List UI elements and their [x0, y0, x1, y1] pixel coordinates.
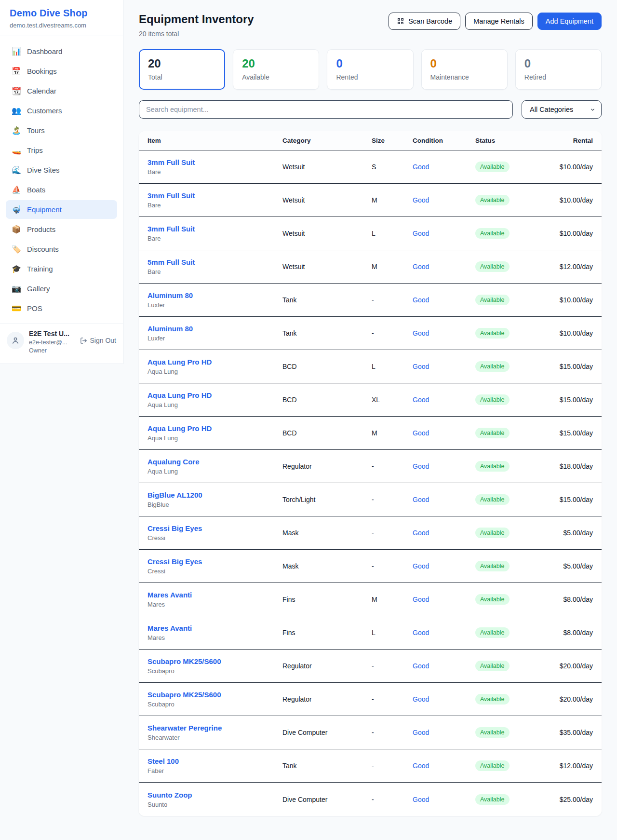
item-name-link[interactable]: Aqua Lung Pro HD — [148, 424, 282, 433]
item-condition-link[interactable]: Good — [413, 196, 429, 204]
item-condition-link[interactable]: Good — [413, 296, 429, 304]
sidebar-item[interactable]: 🏷️ Discounts — [6, 240, 117, 258]
table-row: Suunto Zoop Suunto Dive Computer - Good … — [139, 783, 602, 816]
item-condition-link[interactable]: Good — [413, 695, 429, 703]
item-name-link[interactable]: Scubapro MK25/S600 — [148, 657, 282, 665]
item-condition-link[interactable]: Good — [413, 762, 429, 770]
sidebar-item-label: Calendar — [27, 87, 56, 95]
item-name-link[interactable]: Aluminum 80 — [148, 325, 282, 333]
table-row: 3mm Full Suit Bare Wetsuit M Good Availa… — [139, 184, 602, 217]
item-condition-link[interactable]: Good — [413, 562, 429, 570]
item-brand: BigBlue — [148, 501, 282, 508]
sidebar-item[interactable]: 🚤 Trips — [6, 141, 117, 160]
stat-card[interactable]: 0 Rented — [327, 49, 413, 90]
status-badge: Available — [475, 261, 510, 272]
item-name-link[interactable]: Scubapro MK25/S600 — [148, 691, 282, 699]
add-equipment-button[interactable]: Add Equipment — [537, 13, 602, 30]
item-condition-link[interactable]: Good — [413, 629, 429, 637]
user-email: e2e-tester@... — [29, 339, 75, 347]
sidebar-item[interactable]: ⛵ Boats — [6, 180, 117, 199]
sidebar-item-icon: 🚤 — [12, 146, 21, 155]
sidebar-item[interactable]: 👥 Customers — [6, 101, 117, 120]
item-condition-link[interactable]: Good — [413, 529, 429, 537]
item-condition-link[interactable]: Good — [413, 662, 429, 670]
table-header-row: Item Category Size Condition Status Rent… — [139, 131, 602, 150]
item-name-link[interactable]: 3mm Full Suit — [148, 225, 282, 233]
stat-value: 0 — [524, 57, 592, 70]
column-header-category: Category — [282, 137, 372, 144]
item-condition-link[interactable]: Good — [413, 263, 429, 271]
item-name-link[interactable]: Mares Avanti — [148, 591, 282, 599]
item-condition-link[interactable]: Good — [413, 396, 429, 404]
item-brand: Cressi — [148, 534, 282, 542]
sidebar-item-icon: 🏷️ — [12, 244, 21, 254]
item-category: Regulator — [282, 462, 372, 470]
item-name-link[interactable]: Aqua Lung Pro HD — [148, 391, 282, 399]
item-condition-link[interactable]: Good — [413, 596, 429, 603]
item-size: S — [372, 163, 413, 171]
item-category: Wetsuit — [282, 163, 372, 171]
item-condition-link[interactable]: Good — [413, 329, 429, 337]
item-condition-link[interactable]: Good — [413, 163, 429, 171]
stat-card[interactable]: 20 Available — [233, 49, 319, 90]
page-header: Equipment Inventory 20 items total Scan … — [139, 13, 602, 38]
item-name-link[interactable]: Suunto Zoop — [148, 791, 282, 799]
sidebar-item-label: Products — [27, 225, 55, 233]
sidebar-item[interactable]: 🏝️ Tours — [6, 121, 117, 140]
item-name-link[interactable]: Cressi Big Eyes — [148, 524, 282, 532]
item-name-link[interactable]: Mares Avanti — [148, 624, 282, 632]
sidebar-item[interactable]: 🎓 Training — [6, 259, 117, 278]
item-condition-link[interactable]: Good — [413, 796, 429, 803]
sidebar-item-icon: 🌊 — [12, 165, 21, 175]
item-category: Torch/Light — [282, 496, 372, 503]
status-badge: Available — [475, 594, 510, 605]
item-condition-link[interactable]: Good — [413, 462, 429, 470]
sidebar-item[interactable]: 📊 Dashboard — [6, 42, 117, 61]
status-badge: Available — [475, 195, 510, 205]
item-name-link[interactable]: Aqua Lung Pro HD — [148, 358, 282, 366]
stat-card[interactable]: 0 Maintenance — [421, 49, 508, 90]
sidebar-item[interactable]: 💳 POS — [6, 299, 117, 318]
item-rental-rate: $10.00/day — [548, 196, 593, 204]
stat-card[interactable]: 20 Total — [139, 49, 225, 90]
sign-out-button[interactable]: Sign Out — [80, 337, 116, 344]
item-condition-link[interactable]: Good — [413, 363, 429, 370]
sidebar-item[interactable]: 📷 Gallery — [6, 279, 117, 298]
item-name-link[interactable]: 3mm Full Suit — [148, 191, 282, 200]
scan-barcode-button[interactable]: Scan Barcode — [389, 13, 460, 30]
item-brand: Luxfer — [148, 335, 282, 342]
item-rental-rate: $8.00/day — [548, 596, 593, 603]
item-name-link[interactable]: 3mm Full Suit — [148, 158, 282, 166]
sidebar-item[interactable]: 🌊 Dive Sites — [6, 161, 117, 179]
status-badge: Available — [475, 627, 510, 638]
item-name-link[interactable]: Cressi Big Eyes — [148, 557, 282, 566]
sidebar-item[interactable]: 🤿 Equipment — [6, 200, 117, 219]
item-name-link[interactable]: 5mm Full Suit — [148, 258, 282, 266]
brand-name[interactable]: Demo Dive Shop — [10, 8, 113, 19]
sign-out-label: Sign Out — [90, 337, 116, 344]
item-name-link[interactable]: BigBlue AL1200 — [148, 491, 282, 499]
sidebar-item-icon: 👥 — [12, 106, 21, 115]
item-condition-link[interactable]: Good — [413, 496, 429, 503]
search-input[interactable] — [139, 100, 513, 119]
item-brand: Cressi — [148, 568, 282, 575]
item-condition-link[interactable]: Good — [413, 729, 429, 736]
stat-card[interactable]: 0 Retired — [515, 49, 602, 90]
sidebar-item[interactable]: 📦 Products — [6, 220, 117, 239]
table-row: Aluminum 80 Luxfer Tank - Good Available… — [139, 317, 602, 350]
table-row: BigBlue AL1200 BigBlue Torch/Light - Goo… — [139, 483, 602, 516]
status-badge: Available — [475, 494, 510, 505]
stat-label: Total — [148, 73, 216, 81]
item-condition-link[interactable]: Good — [413, 429, 429, 437]
item-name-link[interactable]: Shearwater Peregrine — [148, 724, 282, 732]
sidebar-item[interactable]: 📆 Calendar — [6, 81, 117, 100]
item-condition-link[interactable]: Good — [413, 230, 429, 237]
item-name-link[interactable]: Steel 100 — [148, 757, 282, 765]
item-category: Mask — [282, 562, 372, 570]
item-name-link[interactable]: Aluminum 80 — [148, 291, 282, 299]
manage-rentals-button[interactable]: Manage Rentals — [465, 13, 533, 30]
item-name-link[interactable]: Aqualung Core — [148, 458, 282, 466]
sidebar-item[interactable]: 📅 Bookings — [6, 62, 117, 81]
category-select[interactable]: All Categories — [522, 100, 602, 119]
equipment-table: Item Category Size Condition Status Rent… — [139, 131, 602, 816]
